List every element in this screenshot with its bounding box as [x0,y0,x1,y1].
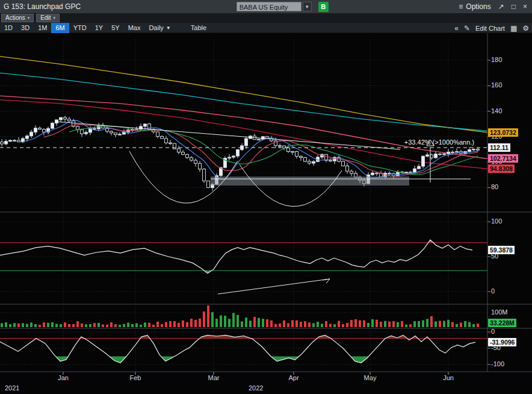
menu-icon: ≡ [459,2,463,11]
toolbar-right-controls: « ✎ Edit Chart ▦ ⚙ [454,23,529,33]
window-titlebar[interactable]: G 153: Launchpad GPC BABA US Equity ▼ B … [0,0,532,13]
close-icon[interactable]: × [523,2,527,11]
percent-change-annotation: +33.42% (>1000%ann.) [383,139,474,146]
actions-label: Actions [5,14,25,22]
actions-caret-down-icon: ▾ [28,14,30,22]
frequency-label: Daily [149,23,163,33]
edit-caret-down-icon: ▾ [54,14,56,22]
cup-arc-2 [240,164,342,207]
frequency-chevron-down-icon: ▼ [166,23,171,33]
drawn-annotations [0,122,487,294]
volume-value-badge: 33.228M [488,319,516,327]
ma200-price-badge: 123.0732 [488,128,518,137]
rsi-tick-0: 0 [491,287,495,295]
x-label-may: May [364,374,377,381]
titlebar-controls: ≡ Options ↗ □ × [459,2,528,11]
options-label: Options [466,2,490,11]
menu-bar: Actions ▾ Edit ▾ [0,13,532,23]
osc-tick-n100: -100 [491,360,504,367]
volume-tick-100m: 100M [491,308,508,316]
edit-menu[interactable]: Edit ▾ [36,14,60,22]
options-button[interactable]: ≡ Options [459,2,490,11]
resistance-trendline [57,122,400,149]
period-1m-button[interactable]: 1M [34,23,51,33]
period-3d-button[interactable]: 3D [17,23,34,33]
period-5y-button[interactable]: 5Y [107,23,123,33]
frequency-dropdown[interactable]: Daily ▼ [144,23,175,33]
x-label-year-2022: 2022 [249,384,263,392]
chart-canvas[interactable] [0,33,532,394]
period-max-button[interactable]: Max [124,23,145,33]
ticker-chevron-down-icon[interactable]: ▼ [303,2,312,11]
period-1y-button[interactable]: 1Y [91,23,107,33]
pencil-icon[interactable]: ✎ [464,24,470,33]
rsi-arrow-line [218,279,330,294]
osc-tick-0: 0 [491,328,495,335]
x-label-year-2021: 2021 [5,384,19,392]
chart-overlay [0,33,532,394]
period-6m-button[interactable]: 6M [51,23,69,33]
window-title: G 153: Launchpad GPC [4,2,106,11]
price-tick-80: 80 [491,183,498,190]
rsi-tick-100: 100 [491,217,502,225]
price-tick-180: 180 [491,56,502,63]
rsi-arrowhead [323,279,330,283]
osc-value-badge: -31.9096 [488,338,516,346]
maximize-icon[interactable]: □ [512,2,516,11]
x-label-feb: Feb [130,374,141,381]
last-price-badge: 112.11 [488,143,510,152]
collapse-panel-icon[interactable]: « [454,24,459,33]
x-label-apr: Apr [288,374,298,381]
ticker-input[interactable]: BABA US Equity [237,2,302,11]
cup-arc-1 [129,151,238,203]
edit-chart-button[interactable]: Edit Chart [475,25,505,32]
price-tick-140: 140 [491,107,502,114]
x-label-jun: Jun [443,374,454,381]
support-zone-rect [211,177,409,186]
gear-icon[interactable]: ⚙ [522,24,529,33]
popout-icon[interactable]: ↗ [498,2,504,11]
panel-separators [0,33,532,372]
x-label-jan: Jan [58,374,69,381]
ma100-price-badge: 94.8308 [488,164,515,173]
bloomberg-b-button[interactable]: B [318,2,329,12]
edit-label: Edit [40,14,51,22]
ticker-group: BABA US Equity ▼ B [237,2,329,12]
x-label-mar: Mar [208,374,220,381]
actions-menu[interactable]: Actions ▾ [1,14,34,22]
chart-grid-icon[interactable]: ▦ [510,24,517,33]
period-ytd-button[interactable]: YTD [69,23,91,33]
ma50-price-badge: 102.7134 [488,154,518,163]
table-button[interactable]: Table [186,23,211,33]
price-tick-160: 160 [491,81,502,89]
chart-area[interactable]: 180 160 140 120 100 80 100 50 0 100M 0 -… [0,33,532,394]
rsi-value-badge: 59.3878 [488,246,515,254]
period-1d-button[interactable]: 1D [0,23,17,33]
chart-toolbar: 1D 3D 1M 6M YTD 1Y 5Y Max Daily ▼ Table … [0,23,532,33]
